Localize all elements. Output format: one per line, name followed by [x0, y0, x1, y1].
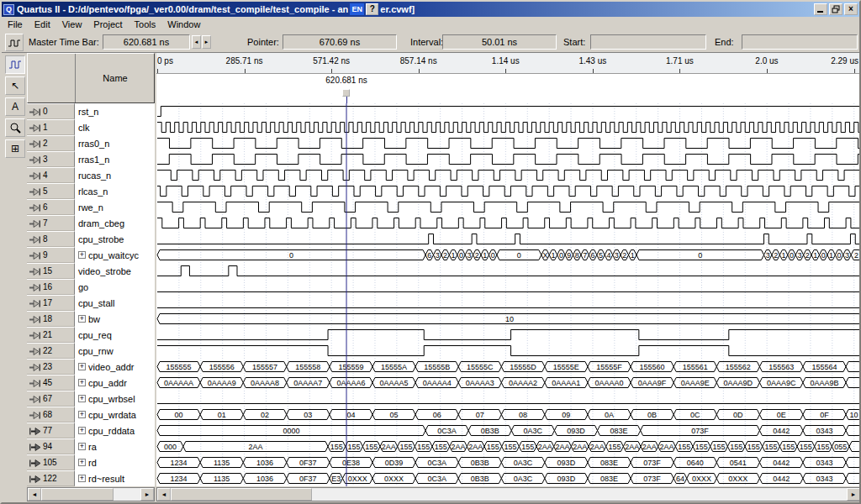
signal-name-cell[interactable]: +bw [75, 311, 155, 327]
scroll-right-icon[interactable]: ► [140, 488, 154, 501]
expand-plus-icon[interactable]: + [78, 395, 86, 402]
signal-name-cell[interactable]: cpu_req [75, 327, 155, 343]
signal-handle-cell[interactable]: 68 [27, 407, 75, 423]
signal-row-rlcas_n[interactable]: 5rlcas_n [27, 183, 155, 199]
restore-button[interactable] [829, 3, 843, 15]
signal-name-cell[interactable]: +cpu_rddata [75, 423, 155, 438]
signal-row-video_addr[interactable]: 23+video_addr [27, 359, 155, 375]
signal-row-rd~result[interactable]: 122+rd~result [27, 470, 155, 486]
signal-handle-cell[interactable]: 23 [27, 359, 75, 375]
time-bar-spin-left[interactable]: ◄ [192, 35, 201, 49]
expand-plus-icon[interactable]: + [78, 459, 86, 466]
signal-name-cell[interactable]: dram_cbeg [75, 215, 155, 231]
expand-plus-icon[interactable]: + [78, 443, 86, 450]
signal-row-cpu_wrdata[interactable]: 68+cpu_wrdata [27, 407, 155, 423]
scrollbar-thumb[interactable] [41, 488, 114, 501]
expand-plus-icon[interactable]: + [78, 475, 86, 482]
text-tool-icon[interactable]: A [5, 97, 25, 116]
signal-handle-cell[interactable]: 45 [27, 375, 75, 391]
signal-handle-cell[interactable]: 77 [27, 423, 75, 438]
signal-row-cpu_addr[interactable]: 45+cpu_addr [27, 375, 155, 391]
signal-row-cpu_strobe[interactable]: 8cpu_strobe [27, 231, 155, 247]
menu-item-view[interactable]: View [56, 18, 88, 31]
scroll-right-icon[interactable]: ► [847, 488, 860, 501]
signal-name-cell[interactable]: +rd [75, 454, 155, 470]
signal-handle-cell[interactable]: 17 [27, 295, 75, 311]
menu-item-edit[interactable]: Edit [29, 18, 56, 31]
signal-name-cell[interactable]: rras1_n [75, 151, 155, 167]
signal-handle-cell[interactable]: 16 [27, 279, 75, 295]
expand-plus-icon[interactable]: + [78, 363, 86, 370]
language-bar-help-icon[interactable]: ? [366, 3, 378, 15]
waveform-scrollbar[interactable]: ◄ ► [156, 487, 861, 501]
signal-handle-cell[interactable]: 94 [27, 438, 75, 454]
signal-handle-cell[interactable]: 15 [27, 263, 75, 279]
signal-name-cell[interactable]: +ra [75, 438, 155, 454]
signal-row-rras0_n[interactable]: 2rras0_n [27, 135, 155, 151]
signal-handle-cell[interactable]: 22 [27, 343, 75, 359]
scrollbar-thumb[interactable] [171, 488, 312, 501]
signal-row-rucas_n[interactable]: 4rucas_n [27, 167, 155, 183]
signal-handle-cell[interactable]: 5 [27, 183, 75, 199]
language-indicator-badge[interactable]: EN [350, 3, 364, 15]
waveform-editor-icon[interactable] [5, 55, 25, 74]
time-bar-icon[interactable] [5, 34, 24, 51]
signal-handle-cell[interactable]: 7 [27, 215, 75, 231]
signal-name-cell[interactable]: rwe_n [75, 199, 155, 215]
signal-row-rd[interactable]: 105+rd [27, 454, 155, 470]
signal-row-cpu_wrbsel[interactable]: 67+cpu_wrbsel [27, 391, 155, 407]
signal-handle-cell[interactable]: 105 [27, 454, 75, 470]
waveform-svg[interactable]: 06321032100X1098765432103210321010321015… [156, 103, 861, 486]
signal-name-cell[interactable]: +video_addr [75, 359, 155, 375]
menu-item-project[interactable]: Project [87, 18, 128, 31]
menu-item-tools[interactable]: Tools [129, 18, 162, 31]
signal-row-cpu_req[interactable]: 21cpu_req [27, 327, 155, 343]
signal-row-dram_cbeg[interactable]: 7dram_cbeg [27, 215, 155, 231]
name-panel-scrollbar[interactable]: ◄ ► [27, 487, 155, 501]
end-field[interactable] [742, 34, 858, 50]
start-field[interactable] [590, 34, 706, 50]
signal-row-rst_n[interactable]: 0rst_n [27, 103, 155, 119]
signal-name-cell[interactable]: rst_n [75, 103, 155, 119]
signal-handle-cell[interactable]: 18 [27, 311, 75, 327]
signal-name-cell[interactable]: +cpu_wrdata [75, 407, 155, 423]
signal-name-cell[interactable]: +cpu_wrbsel [75, 391, 155, 407]
expand-plus-icon[interactable]: + [78, 427, 86, 434]
scroll-left-icon[interactable]: ◄ [157, 488, 171, 501]
signal-row-rwe_n[interactable]: 6rwe_n [27, 199, 155, 215]
signal-handle-cell[interactable]: 122 [27, 470, 75, 486]
master-time-marker-handle[interactable] [342, 89, 350, 97]
minimize-button[interactable] [814, 3, 827, 15]
expand-plus-icon[interactable]: + [78, 251, 86, 259]
expand-plus-icon[interactable]: + [78, 379, 86, 386]
menu-item-file[interactable]: File [2, 18, 29, 31]
signal-row-video_strobe[interactable]: 15video_strobe [27, 263, 155, 279]
signal-row-go[interactable]: 16go [27, 279, 155, 295]
signal-handle-cell[interactable]: 6 [27, 199, 75, 215]
selection-arrow-icon[interactable]: ↖ [5, 76, 25, 95]
signal-name-cell[interactable]: +rd~result [75, 470, 155, 486]
signal-name-cell[interactable]: +cpu_waitcyc [75, 247, 155, 263]
timeline-header[interactable]: 0 ps285.71 ns571.42 ns857.14 ns1.14 us1.… [156, 53, 861, 103]
time-ruler[interactable]: 620.681 ns [156, 74, 861, 103]
signal-handle-cell[interactable]: 0 [27, 103, 75, 119]
time-bar-spin-right[interactable]: ► [202, 35, 211, 49]
grid-tool-icon[interactable]: ⊞ [5, 139, 25, 158]
scroll-left-icon[interactable]: ◄ [28, 488, 41, 501]
signal-handle-cell[interactable]: 8 [27, 231, 75, 247]
master-time-bar-field[interactable]: 620.681 ns [103, 34, 190, 50]
signal-handle-cell[interactable]: 2 [27, 135, 75, 151]
signal-handle-cell[interactable]: 67 [27, 391, 75, 407]
waveform-canvas[interactable]: 06321032100X1098765432103210321010321015… [156, 103, 861, 486]
menu-item-window[interactable]: Window [161, 18, 206, 31]
signal-row-cpu_rnw[interactable]: 22cpu_rnw [27, 343, 155, 359]
signal-handle-cell[interactable]: 1 [27, 119, 75, 135]
signal-row-cpu_stall[interactable]: 17cpu_stall [27, 295, 155, 311]
expand-plus-icon[interactable]: + [78, 315, 86, 323]
signal-name-cell[interactable]: video_strobe [75, 263, 155, 279]
signal-handle-cell[interactable]: 4 [27, 167, 75, 183]
signal-name-cell[interactable]: rucas_n [75, 167, 155, 183]
signal-name-cell[interactable]: cpu_stall [75, 295, 155, 311]
signal-row-bw[interactable]: 18+bw [27, 311, 155, 327]
title-bar[interactable]: Q Quartus II - D:/d/pentevo/fpga/_ver0.0… [2, 2, 859, 17]
